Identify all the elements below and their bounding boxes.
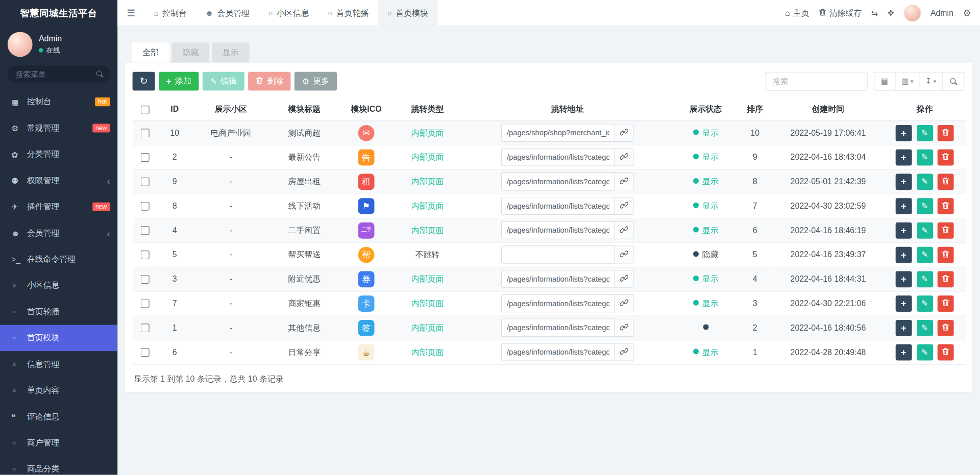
jump-url-input[interactable] (501, 270, 615, 288)
edit-row-button[interactable]: ✎ (917, 124, 933, 141)
add-button[interactable]: +添加 (159, 72, 199, 91)
add-related-button[interactable]: + (896, 319, 912, 336)
jump-url-input[interactable] (501, 343, 615, 361)
status-filter-tab[interactable]: 隐藏 (172, 42, 209, 62)
topbar-tab[interactable]: ○ 首页轮播 (318, 0, 378, 26)
open-link-button[interactable] (615, 172, 634, 191)
menu-search-input[interactable] (8, 66, 110, 83)
delete-row-button[interactable] (938, 295, 954, 312)
jump-url-input[interactable] (501, 172, 615, 191)
add-related-button[interactable]: + (896, 271, 912, 287)
home-link[interactable]: ⌂ 主页 (785, 7, 810, 18)
sidebar-item[interactable]: ☻ 会员管理 ‹ (0, 220, 117, 246)
row-checkbox[interactable] (141, 348, 150, 357)
sidebar-item[interactable]: ○ 首页模块 (0, 325, 117, 351)
open-link-button[interactable] (615, 318, 634, 337)
row-checkbox[interactable] (141, 227, 150, 235)
add-related-button[interactable]: + (896, 149, 912, 165)
add-related-button[interactable]: + (896, 198, 912, 214)
column-header[interactable]: 跳转类型 (394, 98, 461, 120)
add-related-button[interactable]: + (896, 246, 912, 263)
edit-row-button[interactable]: ✎ (917, 344, 933, 360)
shortcut-button[interactable]: ⇆ (871, 9, 878, 17)
columns-button[interactable]: ▥▾ (895, 72, 920, 91)
row-checkbox[interactable] (141, 299, 150, 308)
edit-row-button[interactable]: ✎ (917, 198, 933, 214)
sidebar-item[interactable]: >_ 在线命令管理 (0, 246, 117, 272)
sidebar-item[interactable]: ✈ 插件管理 new (0, 194, 117, 220)
column-header[interactable]: 展示小区 (192, 98, 270, 120)
row-checkbox[interactable] (141, 153, 150, 162)
column-header[interactable]: 展示状态 (674, 98, 738, 120)
column-header[interactable]: ID (158, 98, 192, 120)
export-button[interactable]: ↧▾ (919, 72, 942, 91)
column-header[interactable]: 操作 (884, 98, 965, 120)
delete-row-button[interactable] (938, 149, 954, 165)
jump-url-input[interactable] (501, 123, 615, 142)
column-header[interactable]: 模块标题 (270, 98, 339, 120)
column-header[interactable]: 跳转地址 (461, 98, 674, 120)
jump-url-input[interactable] (501, 148, 615, 166)
row-checkbox[interactable] (141, 324, 150, 333)
status-filter-tab[interactable]: 全部 (132, 42, 169, 62)
edit-row-button[interactable]: ✎ (917, 271, 933, 287)
edit-button[interactable]: ✎编辑 (203, 72, 244, 91)
edit-row-button[interactable]: ✎ (917, 149, 933, 165)
sidebar-item[interactable]: ○ 商户管理 (0, 430, 117, 456)
menu-toggle-icon[interactable]: ☰ (117, 7, 144, 18)
add-related-button[interactable]: + (896, 173, 912, 190)
delete-row-button[interactable] (938, 222, 954, 238)
open-link-button[interactable] (615, 343, 634, 361)
clear-cache-link[interactable]: 清除缓存 (819, 7, 862, 18)
row-checkbox[interactable] (141, 178, 150, 186)
open-link-button[interactable] (615, 294, 634, 313)
sidebar-item[interactable]: ⚉ 权限管理 ‹ (0, 167, 117, 193)
open-link-button[interactable] (615, 197, 634, 215)
row-checkbox[interactable] (141, 129, 150, 138)
row-checkbox[interactable] (141, 251, 150, 259)
delete-row-button[interactable] (938, 124, 954, 141)
add-related-button[interactable]: + (896, 295, 912, 312)
topbar-tab[interactable]: ○ 小区信息 (259, 0, 318, 26)
delete-row-button[interactable] (938, 173, 954, 190)
sidebar-item[interactable]: ❝ 评论信息 (0, 404, 117, 430)
sidebar-item[interactable]: ✿ 分类管理 (0, 141, 117, 167)
edit-row-button[interactable]: ✎ (917, 246, 933, 263)
row-checkbox[interactable] (141, 275, 150, 284)
brand-title[interactable]: 智慧同城生活平台 (0, 0, 117, 26)
toggle-view-button[interactable]: ▤ (873, 72, 896, 91)
row-checkbox[interactable] (141, 202, 150, 211)
sidebar-item[interactable]: ○ 首页轮播 (0, 298, 117, 324)
sidebar-item[interactable]: ○ 信息管理 (0, 351, 117, 377)
user-avatar[interactable] (8, 32, 33, 57)
edit-row-button[interactable]: ✎ (917, 173, 933, 190)
sidebar-item[interactable]: ○ 单页内容 (0, 378, 117, 404)
jump-url-input[interactable] (501, 294, 615, 313)
username-label[interactable]: Admin (930, 8, 953, 17)
jump-url-input[interactable] (501, 197, 615, 215)
edit-row-button[interactable]: ✎ (917, 295, 933, 312)
topbar-tab[interactable]: ○ 首页模块 (378, 0, 438, 26)
settings-gear-icon[interactable]: ⚙ (963, 7, 971, 18)
delete-row-button[interactable] (938, 198, 954, 214)
edit-row-button[interactable]: ✎ (917, 319, 933, 336)
jump-url-input[interactable] (501, 245, 615, 264)
user-avatar-small[interactable] (903, 4, 921, 21)
column-header[interactable]: 模块ICO (339, 98, 394, 120)
status-filter-tab[interactable]: 显示 (212, 42, 249, 62)
topbar-tab[interactable]: ☻ 会员管理 (196, 0, 259, 26)
sidebar-item[interactable]: ○ 小区信息 (0, 272, 117, 298)
table-search-input[interactable] (765, 72, 867, 91)
fullscreen-button[interactable]: ✥ (888, 9, 894, 17)
open-link-button[interactable] (615, 245, 634, 264)
sidebar-item[interactable]: ▦ 控制台 hot (0, 89, 117, 115)
refresh-button[interactable]: ↻ (133, 72, 155, 91)
delete-row-button[interactable] (938, 319, 954, 336)
sidebar-item[interactable]: ○ 商品分类 (0, 456, 117, 475)
topbar-tab[interactable]: ⌂ 控制台 (144, 0, 196, 26)
add-related-button[interactable]: + (896, 222, 912, 238)
delete-row-button[interactable] (938, 246, 954, 263)
edit-row-button[interactable]: ✎ (917, 222, 933, 238)
add-related-button[interactable]: + (896, 124, 912, 141)
search-toggle-button[interactable] (942, 72, 964, 91)
